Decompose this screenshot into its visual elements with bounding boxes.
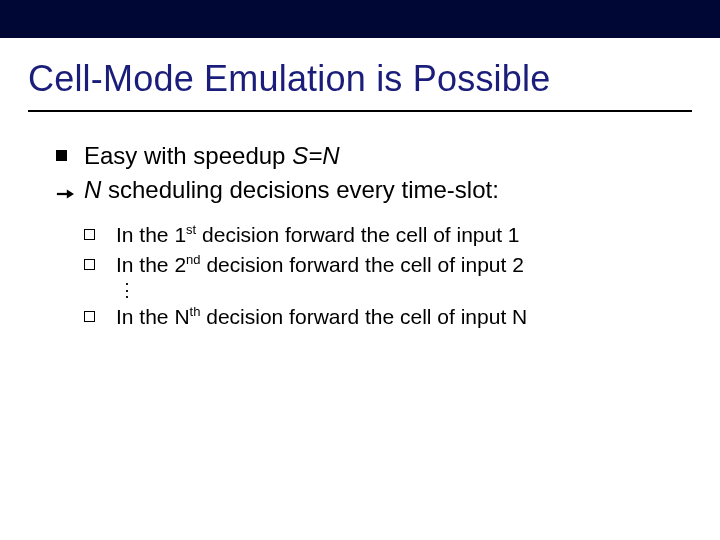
sub-bullet-1: In the 1st decision forward the cell of … [84,221,680,249]
bullet-1-prefix: Easy with speedup [84,142,292,169]
sub-bullet-2: In the 2nd decision forward the cell of … [84,251,680,279]
sub2-part-a: In the 2 [116,253,186,276]
subn-sup: th [190,304,201,319]
bullet-2: N scheduling decisions every time-slot: [56,174,680,206]
sub-bullet-2-text: In the 2nd decision forward the cell of … [116,251,524,279]
bullet-1-expr: S=N [292,142,339,169]
svg-marker-1 [67,189,74,198]
sub-bullet-n-text: In the Nth decision forward the cell of … [116,303,527,331]
slide-body: Easy with speedup S=N N scheduling decis… [0,112,720,332]
sub-bullet-n: In the Nth decision forward the cell of … [84,303,680,331]
bullet-2-rest: scheduling decisions every time-slot: [101,176,499,203]
slide: Cell-Mode Emulation is Possible Easy wit… [0,0,720,540]
bullet-1: Easy with speedup S=N [56,140,680,172]
sub-bullet-1-text: In the 1st decision forward the cell of … [116,221,520,249]
sub2-part-b: decision forward the cell of input 2 [201,253,524,276]
bullet-2-text: N scheduling decisions every time-slot: [84,174,680,206]
sub1-part-a: In the 1 [116,223,186,246]
hollow-square-icon [84,221,116,249]
square-bullet-icon [56,140,84,172]
hollow-square-icon [84,251,116,279]
sub1-part-b: decision forward the cell of input 1 [196,223,519,246]
bullet-2-var: N [84,176,101,203]
arrow-bullet-icon [56,174,84,206]
hollow-square-icon [84,303,116,331]
subn-part-a: In the N [116,305,190,328]
vertical-ellipsis-icon: ⋮ [118,285,680,295]
sub1-sup: st [186,222,196,237]
sub-bullets: In the 1st decision forward the cell of … [84,221,680,332]
subn-part-b: decision forward the cell of input N [200,305,527,328]
bullet-1-text: Easy with speedup S=N [84,140,680,172]
sub2-sup: nd [186,252,200,267]
top-bar [0,0,720,38]
slide-title: Cell-Mode Emulation is Possible [0,38,720,108]
